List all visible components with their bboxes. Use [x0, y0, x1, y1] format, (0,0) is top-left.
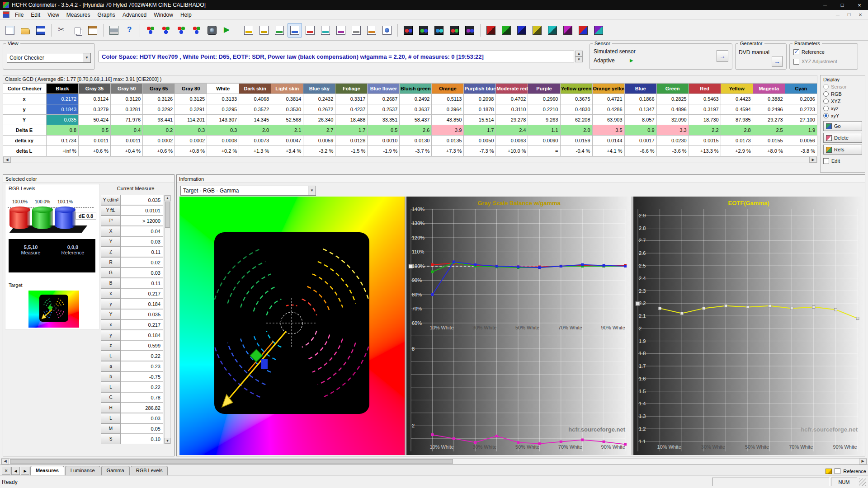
cell-Y-14[interactable]: 29.278 [496, 115, 528, 125]
cell-Y-18[interactable]: 8.057 [624, 115, 656, 125]
cm-label-17[interactable]: b [101, 371, 121, 382]
cell-delta_xy-13[interactable]: 0.0050 [464, 136, 496, 146]
cell-y-10[interactable]: 0.2537 [368, 104, 400, 115]
hscroll-right-button[interactable] [859, 459, 867, 465]
cell-x-18[interactable]: 0.1866 [624, 94, 656, 104]
cell-Y-11[interactable]: 58.437 [400, 115, 432, 125]
cell-delta_e-22[interactable]: 2.5 [753, 125, 785, 136]
view-cie-diagram-button[interactable] [334, 23, 348, 38]
cell-delta_e-0[interactable]: 0.8 [47, 125, 79, 136]
cell-delta_xy-17[interactable]: 0.0144 [592, 136, 624, 146]
measure-red-button[interactable] [484, 23, 498, 38]
col-header-yellow-green[interactable]: Yellow green [560, 84, 592, 94]
cm-label-20[interactable]: H [101, 403, 121, 413]
cell-y-21[interactable]: 0.4594 [721, 104, 753, 115]
cell-x-7[interactable]: 0.3814 [271, 94, 303, 104]
cell-delta_e-21[interactable]: 2.8 [721, 125, 753, 136]
cell-delta_xy-3[interactable]: 0.0002 [143, 136, 175, 146]
cell-Y-3[interactable]: 93.441 [143, 115, 175, 125]
measure-yellow-button[interactable] [530, 23, 544, 38]
rgb-measure-button[interactable] [159, 23, 173, 38]
cell-x-8[interactable]: 0.2432 [303, 94, 335, 104]
cm-label-8[interactable]: B [101, 278, 121, 288]
cm-label-6[interactable]: R [101, 257, 121, 267]
measure-saturations-button[interactable] [447, 23, 462, 38]
cell-x-14[interactable]: 0.4702 [496, 94, 528, 104]
gamut-settings-button[interactable] [189, 23, 204, 38]
minimize-button[interactable] [816, 0, 834, 10]
information-view-select[interactable]: Target - RGB - Gamma [180, 186, 316, 196]
cell-delta_e-11[interactable]: 2.6 [400, 125, 432, 136]
cell-Y-0[interactable]: 0.035 [47, 115, 79, 125]
cell-delta_l-11[interactable]: -3.7 % [400, 146, 432, 156]
view-select[interactable]: Color Checker [7, 53, 91, 63]
col-header-bluish-green[interactable]: Bluish green [400, 84, 432, 94]
col-header-black[interactable]: Black [47, 84, 79, 94]
menu-edit[interactable]: Edit [27, 10, 44, 19]
cm-label-5[interactable]: Z [101, 247, 121, 257]
table-scroll-right-button[interactable] [809, 157, 817, 163]
param-reference-row[interactable]: Reference [793, 48, 825, 56]
cell-Y-21[interactable]: 87.985 [721, 115, 753, 125]
cell-y-19[interactable]: 0.4896 [656, 104, 689, 115]
cell-delta_e-16[interactable]: 2.0 [560, 125, 592, 136]
cell-x-11[interactable]: 0.2492 [400, 94, 432, 104]
cell-y-9[interactable]: 0.4237 [335, 104, 368, 115]
measure-nearwhite-button[interactable] [432, 23, 446, 38]
col-header-purple[interactable]: Purple [528, 84, 560, 94]
cell-delta_xy-22[interactable]: 0.0155 [753, 136, 785, 146]
cell-delta_l-5[interactable]: +0.2 % [207, 146, 239, 156]
hscroll-thumb[interactable] [10, 459, 453, 464]
cell-y-16[interactable]: 0.4830 [560, 104, 592, 115]
cell-delta_e-3[interactable]: 0.2 [143, 125, 175, 136]
current-measure-scrollbar[interactable] [164, 195, 171, 444]
cell-x-2[interactable]: 0.3120 [111, 94, 143, 104]
cell-x-6[interactable]: 0.4068 [239, 94, 271, 104]
cell-delta_l-6[interactable]: +1.3 % [239, 146, 271, 156]
cm-label-22[interactable]: M [101, 423, 121, 434]
display-option-xyy[interactable]: xyY [823, 112, 862, 119]
row-label-delta-l[interactable]: delta L [3, 146, 47, 156]
cell-Y-17[interactable]: 63.903 [592, 115, 624, 125]
tab-rgb-levels[interactable]: RGB Levels [131, 466, 168, 475]
menu-advanced[interactable]: Advanced [119, 10, 150, 19]
cell-y-12[interactable]: 0.3964 [432, 104, 464, 115]
col-header-orange[interactable]: Orange [432, 84, 464, 94]
snapshot-button[interactable] [205, 23, 219, 38]
mdi-restore-button[interactable] [844, 11, 854, 19]
cell-Y-9[interactable]: 18.488 [335, 115, 368, 125]
cell-delta_xy-7[interactable]: 0.0047 [271, 136, 303, 146]
cm-label-2[interactable]: T° [101, 216, 121, 226]
display-option-rgb[interactable]: RGB [823, 90, 862, 98]
cell-Y-8[interactable]: 26.340 [303, 115, 335, 125]
cell-delta_l-0[interactable]: +inf % [47, 146, 79, 156]
cell-delta_xy-12[interactable]: 0.0135 [432, 136, 464, 146]
radio-xyz[interactable] [823, 99, 829, 104]
cell-delta_e-9[interactable]: 1.7 [335, 125, 368, 136]
radio-xyz[interactable] [823, 106, 829, 111]
col-header-foliage[interactable]: Foliage [335, 84, 368, 94]
cell-Y-15[interactable]: 9.263 [528, 115, 560, 125]
cell-x-9[interactable]: 0.3317 [335, 94, 368, 104]
cell-delta_l-19[interactable]: -3.6 % [656, 146, 689, 156]
cell-delta_xy-15[interactable]: 0.0090 [528, 136, 560, 146]
cell-delta_xy-6[interactable]: 0.0073 [239, 136, 271, 146]
cell-y-15[interactable]: 0.2210 [528, 104, 560, 115]
col-header-blue-flower[interactable]: Blue flower [368, 84, 400, 94]
col-header-blue[interactable]: Blue [624, 84, 656, 94]
mdi-close-button[interactable] [855, 11, 865, 19]
cell-delta_e-5[interactable]: 0.3 [207, 125, 239, 136]
open-file-button[interactable] [18, 23, 33, 38]
close-button[interactable] [851, 0, 868, 10]
cell-delta_e-12[interactable]: 3.9 [432, 125, 464, 136]
cell-delta_xy-1[interactable]: 0.0011 [79, 136, 111, 146]
cell-Y-22[interactable]: 29.273 [753, 115, 785, 125]
col-header-green[interactable]: Green [656, 84, 689, 94]
cell-delta_xy-14[interactable]: 0.0063 [496, 136, 528, 146]
cell-Y-23[interactable]: 27.100 [785, 115, 817, 125]
cm-label-1[interactable]: Y ftL [101, 205, 121, 216]
cm-scroll-down-button[interactable] [165, 438, 170, 444]
display-option-xyz[interactable]: xyz [823, 105, 862, 112]
measure-cyan-button[interactable] [545, 23, 560, 38]
reference-checkbox[interactable] [835, 468, 840, 474]
